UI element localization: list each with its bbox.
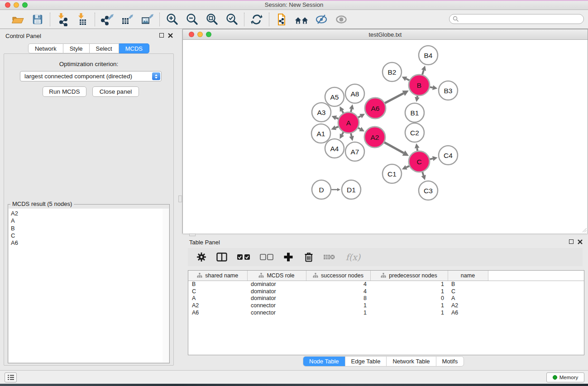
zoom-in-icon[interactable]	[165, 12, 179, 27]
svg-text:C3: C3	[424, 187, 433, 195]
search-box[interactable]	[449, 14, 584, 24]
criterion-value: largest connected component (directed)	[24, 73, 132, 80]
tab-network[interactable]: Network	[28, 43, 63, 53]
optimization-criterion-label: Optimization criterion:	[4, 61, 173, 67]
close-panel-icon[interactable]	[168, 33, 173, 38]
run-mcds-button[interactable]: Run MCDS	[43, 86, 86, 97]
new-network-from-selection-icon[interactable]	[274, 12, 289, 27]
zoom-selected-icon[interactable]	[225, 12, 239, 27]
add-row-icon[interactable]	[282, 251, 295, 263]
column-header-MCDS-role[interactable]: MCDS role	[247, 271, 306, 281]
network-canvas[interactable]: B4B2BB3A8A5A6A3B1AC2A1A2A4A7C4CC1DD1C3	[183, 40, 588, 234]
graph-node-A2[interactable]: A2	[364, 127, 385, 148]
column-header-predecessor-nodes[interactable]: predecessor nodes	[370, 271, 448, 281]
graph-node-D[interactable]: D	[312, 180, 331, 199]
graph-node-A5[interactable]: A5	[325, 87, 344, 106]
close-table-panel-icon[interactable]	[578, 239, 583, 244]
graph-node-B2[interactable]: B2	[382, 62, 402, 81]
graph-node-B[interactable]: B	[409, 75, 430, 95]
graph-node-A3[interactable]: A3	[312, 103, 331, 122]
export-table-icon[interactable]	[120, 12, 134, 27]
control-panel-title: Control Panel	[5, 33, 41, 39]
control-panel-tabs: NetworkStyleSelectMCDS	[0, 43, 177, 53]
result-scrollbar[interactable]	[163, 209, 169, 362]
delete-rows-icon[interactable]	[302, 251, 315, 263]
graph-edge-arrowhead	[432, 156, 438, 161]
save-session-icon[interactable]	[30, 12, 45, 27]
graph-node-A7[interactable]: A7	[345, 142, 364, 161]
export-network-icon[interactable]	[100, 12, 115, 27]
table-row[interactable]: A6connector11A6	[188, 309, 584, 316]
toggle-graphics-details-icon[interactable]	[314, 12, 329, 27]
svg-text:A4: A4	[330, 145, 339, 152]
graph-node-A[interactable]: A	[338, 112, 359, 133]
zoom-out-icon[interactable]	[185, 12, 199, 27]
zoom-fit-icon[interactable]	[205, 12, 219, 27]
import-table-icon[interactable]	[75, 12, 90, 27]
graph-node-C2[interactable]: C2	[405, 123, 424, 142]
graph-node-A8[interactable]: A8	[345, 84, 364, 103]
open-session-icon[interactable]	[10, 12, 25, 27]
tab-node-table[interactable]: Node Table	[303, 357, 345, 366]
float-panel-icon[interactable]	[159, 33, 164, 38]
task-history-button[interactable]	[5, 372, 17, 382]
splitter-handle-horizontal[interactable]	[189, 234, 196, 236]
import-network-icon[interactable]	[55, 12, 70, 27]
main-toolbar	[0, 10, 588, 29]
tab-select[interactable]: Select	[90, 43, 119, 53]
search-input[interactable]	[459, 15, 583, 23]
graph-node-B4[interactable]: B4	[419, 46, 438, 65]
svg-text:A8: A8	[351, 90, 359, 98]
close-panel-button[interactable]: Close panel	[92, 86, 139, 97]
table-row[interactable]: Bdominator41B	[188, 281, 584, 288]
column-header-successor-nodes[interactable]: successor nodes	[306, 271, 370, 281]
delete-table-icon[interactable]	[323, 251, 335, 263]
refresh-icon[interactable]	[249, 12, 264, 27]
column-header-shared-name[interactable]: shared name	[188, 271, 247, 281]
tab-mcds[interactable]: MCDS	[119, 43, 149, 53]
result-item[interactable]: A	[11, 217, 163, 224]
graph-node-C[interactable]: C	[409, 151, 430, 172]
table-row[interactable]: Cdominator41C	[188, 288, 584, 295]
tab-edge-table[interactable]: Edge Table	[345, 357, 387, 366]
table-cell: A	[448, 295, 488, 302]
column-header-name[interactable]: name	[448, 271, 488, 281]
graph-node-B1[interactable]: B1	[405, 103, 424, 122]
memory-button[interactable]: Memory	[546, 372, 584, 382]
deselect-all-icon[interactable]	[259, 251, 274, 263]
graph-node-A6[interactable]: A6	[365, 98, 386, 119]
result-item[interactable]: A2	[11, 210, 163, 217]
graph-node-B3[interactable]: B3	[439, 81, 458, 100]
graph-node-D1[interactable]: D1	[342, 180, 361, 199]
export-image-icon[interactable]	[140, 12, 154, 27]
svg-text:B2: B2	[388, 68, 397, 76]
graph-node-A1[interactable]: A1	[311, 124, 330, 143]
toggle-column-view-icon[interactable]	[215, 251, 228, 263]
result-item[interactable]: A6	[11, 239, 163, 247]
graph-node-C3[interactable]: C3	[419, 181, 438, 200]
graph-node-A4[interactable]: A4	[325, 139, 344, 158]
resize-grip-icon[interactable]	[581, 227, 587, 233]
table-row[interactable]: Adominator80A	[188, 295, 584, 302]
tab-network-table[interactable]: Network Table	[386, 357, 435, 366]
splitter-handle-vertical[interactable]	[178, 195, 182, 202]
table-cell: A	[188, 295, 247, 302]
table-settings-icon[interactable]	[195, 251, 208, 263]
tab-motifs[interactable]: Motifs	[436, 357, 464, 366]
result-item[interactable]: C	[11, 232, 163, 239]
function-builder-icon[interactable]: f(x)	[343, 251, 363, 263]
graph-edge-arrowhead	[415, 143, 420, 148]
select-all-icon[interactable]	[236, 251, 251, 263]
network-window-titlebar[interactable]: testGlobe.txt	[183, 29, 588, 40]
float-table-panel-icon[interactable]	[569, 239, 574, 244]
birdseye-view-icon[interactable]	[334, 12, 349, 27]
tab-style[interactable]: Style	[63, 43, 90, 53]
svg-text:B3: B3	[444, 87, 453, 95]
graph-node-C1[interactable]: C1	[382, 164, 402, 183]
graph-node-C4[interactable]: C4	[439, 146, 458, 165]
table-row[interactable]: A2connector11A2	[188, 302, 584, 309]
table-cell-filler	[488, 288, 584, 295]
result-item[interactable]: B	[11, 225, 163, 232]
first-neighbors-icon[interactable]	[294, 12, 309, 27]
criterion-select[interactable]: largest connected component (directed)	[20, 71, 162, 81]
